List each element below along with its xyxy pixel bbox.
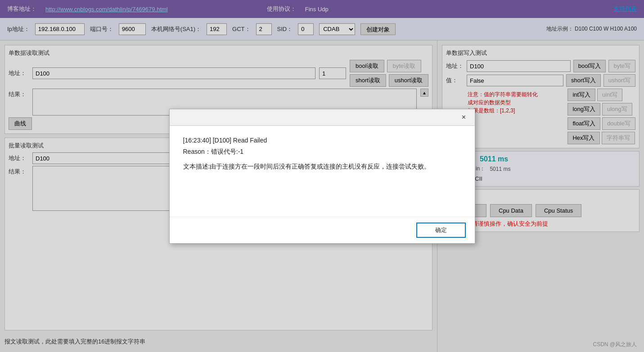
modal-ok-button[interactable]: 确定 [416, 223, 466, 238]
modal-close-button[interactable]: × [459, 112, 469, 123]
modal-body: [16:23:40] [D100] Read Failed Reason：错误代… [170, 126, 475, 217]
modal-overlay: × [16:23:40] [D100] Read Failed Reason：错… [0, 0, 644, 352]
modal-message-line3: 文本描述:由于连接方在一段时间后没有正确答复或连接的主机没有反应，连接尝试失败。 [183, 161, 461, 172]
modal-footer: 确定 [170, 217, 475, 243]
modal-titlebar: × [170, 109, 475, 126]
modal-message-line1: [16:23:40] [D100] Read Failed [183, 135, 461, 146]
modal-message-line2: Reason：错误代号:-1 [183, 146, 461, 157]
modal-dialog: × [16:23:40] [D100] Read Failed Reason：错… [169, 109, 475, 244]
